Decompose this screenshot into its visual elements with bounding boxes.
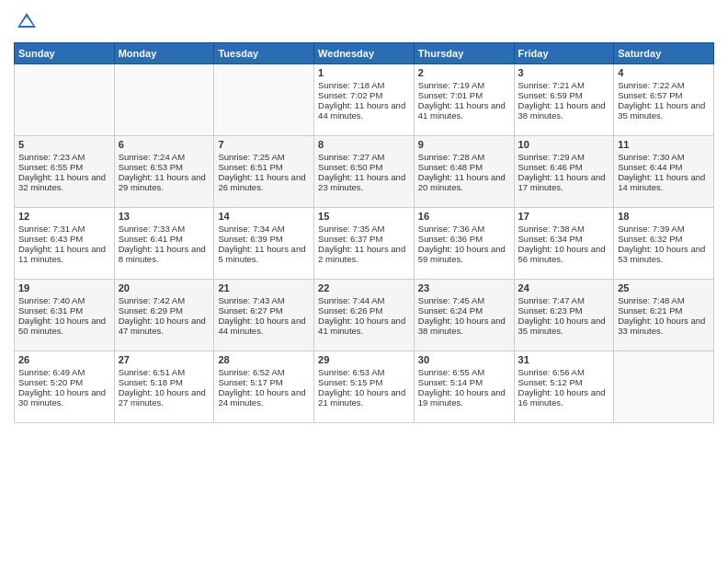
calendar-table: Sunday Monday Tuesday Wednesday Thursday…	[14, 42, 714, 423]
week-row-5: 26Sunrise: 6:49 AMSunset: 5:20 PMDayligh…	[15, 351, 714, 423]
sunset-text: Sunset: 7:02 PM	[318, 90, 410, 100]
day-number: 10	[518, 139, 610, 150]
daylight-text: Daylight: 11 hours and 38 minutes.	[518, 100, 610, 121]
calendar-cell: 20Sunrise: 7:42 AMSunset: 6:29 PMDayligh…	[114, 280, 214, 351]
day-number: 9	[418, 139, 510, 150]
sunset-text: Sunset: 6:32 PM	[618, 234, 710, 244]
sunrise-text: Sunrise: 7:33 AM	[119, 224, 210, 234]
sunset-text: Sunset: 6:21 PM	[618, 305, 710, 316]
calendar-cell: 16Sunrise: 7:36 AMSunset: 6:36 PMDayligh…	[414, 208, 514, 280]
sunset-text: Sunset: 5:20 PM	[18, 377, 110, 387]
calendar-cell	[114, 64, 214, 136]
calendar-cell: 23Sunrise: 7:45 AMSunset: 6:24 PMDayligh…	[414, 280, 514, 351]
sunrise-text: Sunrise: 7:23 AM	[18, 152, 110, 162]
sunrise-text: Sunrise: 7:25 AM	[218, 152, 310, 162]
daylight-text: Daylight: 11 hours and 41 minutes.	[418, 100, 510, 121]
sunset-text: Sunset: 6:26 PM	[318, 305, 410, 316]
calendar-cell: 12Sunrise: 7:31 AMSunset: 6:43 PMDayligh…	[15, 208, 115, 280]
day-number: 30	[418, 354, 510, 365]
calendar-cell: 21Sunrise: 7:43 AMSunset: 6:27 PMDayligh…	[214, 280, 314, 351]
daylight-text: Daylight: 10 hours and 41 minutes.	[318, 316, 410, 336]
calendar-cell: 3Sunrise: 7:21 AMSunset: 6:59 PMDaylight…	[514, 64, 614, 136]
sunset-text: Sunset: 5:18 PM	[119, 377, 210, 387]
day-number: 19	[18, 282, 110, 293]
calendar-cell: 7Sunrise: 7:25 AMSunset: 6:51 PMDaylight…	[214, 136, 314, 208]
sunset-text: Sunset: 6:55 PM	[18, 162, 110, 172]
calendar-cell: 11Sunrise: 7:30 AMSunset: 6:44 PMDayligh…	[614, 136, 714, 208]
sunset-text: Sunset: 5:12 PM	[518, 377, 610, 387]
daylight-text: Daylight: 10 hours and 35 minutes.	[518, 316, 610, 336]
col-thursday: Thursday	[414, 43, 514, 64]
day-number: 25	[618, 282, 710, 293]
sunset-text: Sunset: 5:14 PM	[418, 377, 510, 387]
calendar-cell: 22Sunrise: 7:44 AMSunset: 6:26 PMDayligh…	[314, 280, 415, 351]
daylight-text: Daylight: 11 hours and 44 minutes.	[318, 100, 410, 121]
col-sunday: Sunday	[15, 43, 115, 64]
sunrise-text: Sunrise: 7:45 AM	[418, 295, 510, 305]
sunrise-text: Sunrise: 7:30 AM	[618, 152, 710, 162]
calendar-cell: 17Sunrise: 7:38 AMSunset: 6:34 PMDayligh…	[514, 208, 614, 280]
sunset-text: Sunset: 6:36 PM	[418, 234, 510, 244]
calendar-cell: 6Sunrise: 7:24 AMSunset: 6:53 PMDaylight…	[114, 136, 214, 208]
sunrise-text: Sunrise: 7:40 AM	[18, 295, 110, 305]
day-number: 7	[218, 139, 310, 150]
sunrise-text: Sunrise: 7:27 AM	[318, 152, 410, 162]
logo-icon	[14, 9, 40, 35]
sunrise-text: Sunrise: 7:29 AM	[518, 152, 610, 162]
sunset-text: Sunset: 6:51 PM	[218, 162, 310, 172]
day-number: 23	[418, 282, 510, 293]
calendar-cell: 1Sunrise: 7:18 AMSunset: 7:02 PMDaylight…	[314, 64, 415, 136]
sunrise-text: Sunrise: 6:51 AM	[119, 367, 210, 377]
sunrise-text: Sunrise: 7:19 AM	[418, 80, 510, 90]
day-number: 22	[318, 282, 410, 293]
daylight-text: Daylight: 10 hours and 27 minutes.	[119, 387, 210, 408]
sunset-text: Sunset: 6:41 PM	[119, 234, 210, 244]
sunrise-text: Sunrise: 7:18 AM	[318, 80, 410, 90]
sunset-text: Sunset: 6:39 PM	[218, 234, 310, 244]
day-number: 4	[618, 67, 710, 78]
calendar-cell: 4Sunrise: 7:22 AMSunset: 6:57 PMDaylight…	[614, 64, 714, 136]
header	[14, 9, 714, 35]
sunrise-text: Sunrise: 7:24 AM	[119, 152, 210, 162]
sunrise-text: Sunrise: 6:52 AM	[218, 367, 310, 377]
day-number: 14	[218, 211, 310, 222]
sunrise-text: Sunrise: 7:47 AM	[518, 295, 610, 305]
sunset-text: Sunset: 6:24 PM	[418, 305, 510, 316]
calendar-cell: 10Sunrise: 7:29 AMSunset: 6:46 PMDayligh…	[514, 136, 614, 208]
daylight-text: Daylight: 11 hours and 2 minutes.	[318, 244, 410, 264]
day-number: 26	[18, 354, 110, 365]
week-row-3: 12Sunrise: 7:31 AMSunset: 6:43 PMDayligh…	[15, 208, 714, 280]
day-number: 3	[518, 67, 610, 78]
daylight-text: Daylight: 10 hours and 50 minutes.	[18, 316, 110, 336]
page: Sunday Monday Tuesday Wednesday Thursday…	[0, 0, 728, 563]
calendar-cell: 5Sunrise: 7:23 AMSunset: 6:55 PMDaylight…	[15, 136, 115, 208]
sunrise-text: Sunrise: 7:48 AM	[618, 295, 710, 305]
day-number: 2	[418, 67, 510, 78]
sunset-text: Sunset: 7:01 PM	[418, 90, 510, 100]
calendar-cell	[614, 351, 714, 423]
calendar-cell: 25Sunrise: 7:48 AMSunset: 6:21 PMDayligh…	[614, 280, 714, 351]
calendar-cell: 9Sunrise: 7:28 AMSunset: 6:48 PMDaylight…	[414, 136, 514, 208]
daylight-text: Daylight: 11 hours and 23 minutes.	[318, 172, 410, 192]
sunset-text: Sunset: 5:15 PM	[318, 377, 410, 387]
calendar-cell: 27Sunrise: 6:51 AMSunset: 5:18 PMDayligh…	[114, 351, 214, 423]
sunrise-text: Sunrise: 7:34 AM	[218, 224, 310, 234]
calendar-cell: 18Sunrise: 7:39 AMSunset: 6:32 PMDayligh…	[614, 208, 714, 280]
sunset-text: Sunset: 6:23 PM	[518, 305, 610, 316]
day-number: 20	[119, 282, 210, 293]
sunrise-text: Sunrise: 6:56 AM	[518, 367, 610, 377]
sunrise-text: Sunrise: 7:35 AM	[318, 224, 410, 234]
daylight-text: Daylight: 10 hours and 44 minutes.	[218, 316, 310, 336]
sunrise-text: Sunrise: 6:53 AM	[318, 367, 410, 377]
daylight-text: Daylight: 11 hours and 29 minutes.	[119, 172, 210, 192]
day-number: 17	[518, 211, 610, 222]
day-number: 15	[318, 211, 410, 222]
day-number: 21	[218, 282, 310, 293]
daylight-text: Daylight: 11 hours and 20 minutes.	[418, 172, 510, 192]
calendar-cell: 15Sunrise: 7:35 AMSunset: 6:37 PMDayligh…	[314, 208, 415, 280]
day-number: 29	[318, 354, 410, 365]
sunset-text: Sunset: 6:34 PM	[518, 234, 610, 244]
sunrise-text: Sunrise: 7:36 AM	[418, 224, 510, 234]
sunset-text: Sunset: 6:43 PM	[18, 234, 110, 244]
daylight-text: Daylight: 10 hours and 30 minutes.	[18, 387, 110, 408]
